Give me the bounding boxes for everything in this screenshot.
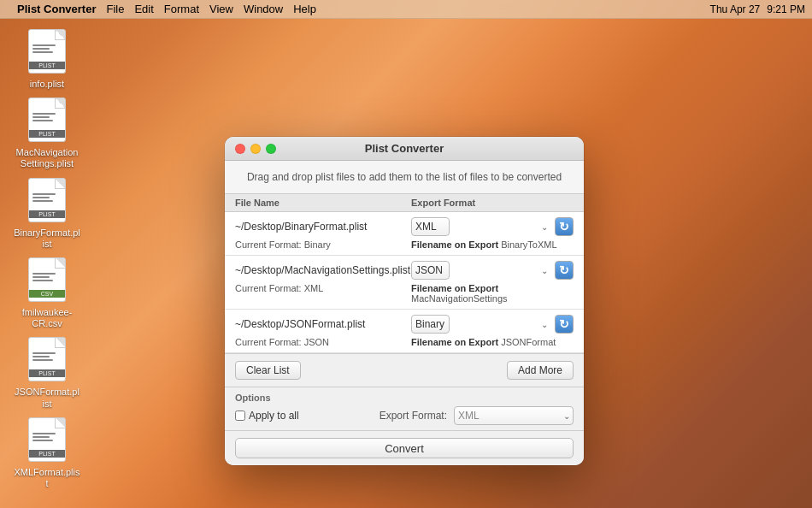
file-format-col: XML JSON Binary ↻ — [411, 261, 574, 280]
icon-lines — [29, 430, 65, 444]
export-filename-value: JSONFormat — [501, 337, 556, 347]
icon-fold — [55, 418, 65, 428]
icon-line — [32, 48, 50, 50]
file-name: ~/Desktop/MacNavigationSettings.plist — [235, 264, 411, 276]
icon-label: MacNavigationSettings.plist — [14, 147, 80, 169]
dialog-title: Plist Converter — [225, 142, 584, 155]
menubar-left: Plist Converter File Edit Format View Wi… — [7, 3, 316, 15]
format-select-wrapper: XML JSON Binary — [411, 217, 551, 236]
dialog-actions: Clear List Add More — [225, 353, 584, 387]
apply-to-all-checkbox[interactable] — [235, 411, 245, 421]
icon-image: CSV — [25, 254, 69, 305]
file-badge: PLIST — [29, 450, 65, 458]
icon-image: PLIST — [25, 334, 69, 385]
export-filename-value: MacNavigationSettings — [411, 293, 508, 304]
format-refresh-button[interactable]: ↻ — [555, 217, 574, 236]
menubar-app-name[interactable]: Plist Converter — [17, 3, 96, 15]
plist-file-icon: PLIST — [28, 337, 66, 381]
icon-line — [32, 273, 56, 275]
options-row: Apply to all Export Format: XML JSON Bin… — [235, 406, 574, 425]
desktop-icon-info-plist[interactable]: PLIST info.plist — [13, 26, 81, 90]
file-rows: ~/Desktop/BinaryFormat.plist XML JSON Bi… — [225, 212, 584, 353]
desktop-icon-xml-plist[interactable]: PLIST XMLFormat.plist — [13, 414, 81, 489]
desktop-icon-mac-nav-plist[interactable]: PLIST MacNavigationSettings.plist — [13, 94, 81, 169]
icon-fold — [55, 30, 65, 40]
dialog-titlebar: Plist Converter — [225, 137, 584, 161]
menu-window[interactable]: Window — [244, 3, 283, 15]
format-refresh-button[interactable]: ↻ — [555, 261, 574, 280]
icon-label: JSONFormat.plist — [14, 387, 80, 409]
options-section: Options Apply to all Export Format: XML … — [225, 387, 584, 430]
icon-fold — [55, 258, 65, 269]
file-row-main: ~/Desktop/JSONFormat.plist XML JSON Bina… — [235, 313, 574, 335]
desktop-icon-csv[interactable]: CSV fmilwaukee-CR.csv — [13, 254, 81, 329]
icon-line — [32, 120, 53, 121]
icon-image: PLIST — [25, 414, 69, 465]
convert-button[interactable]: Convert — [235, 438, 574, 458]
file-row: ~/Desktop/BinaryFormat.plist XML JSON Bi… — [225, 212, 584, 256]
clear-list-button[interactable]: Clear List — [235, 361, 301, 380]
desktop-icon-json-plist[interactable]: PLIST JSONFormat.plist — [13, 334, 81, 409]
add-more-button[interactable]: Add More — [507, 361, 574, 380]
icon-line — [32, 352, 56, 354]
plist-file-icon: PLIST — [28, 29, 66, 74]
apply-to-all-label: Apply to all — [249, 410, 299, 422]
export-filename: Filename on Export BinaryToXML — [411, 239, 574, 250]
file-badge: PLIST — [29, 130, 65, 138]
file-badge: CSV — [29, 290, 65, 298]
icon-line — [32, 276, 50, 278]
file-name: ~/Desktop/JSONFormat.plist — [235, 318, 411, 330]
menubar-date: Thu Apr 27 — [710, 3, 761, 15]
menu-file[interactable]: File — [106, 3, 124, 15]
icon-image: PLIST — [25, 26, 69, 77]
menubar-time: 9:21 PM — [767, 3, 805, 15]
icon-line — [32, 44, 56, 46]
file-format-col: XML JSON Binary ↻ — [411, 315, 574, 334]
format-select[interactable]: XML JSON Binary — [411, 315, 450, 334]
export-format-options-select[interactable]: XML JSON Binary — [454, 406, 574, 425]
drop-zone[interactable]: Drag and drop plist files to add them to… — [225, 161, 584, 194]
file-row: ~/Desktop/MacNavigationSettings.plist XM… — [225, 256, 584, 310]
file-format-col: XML JSON Binary ↻ — [411, 217, 574, 236]
col-export-format-header: Export Format — [411, 198, 574, 208]
icon-fold — [55, 98, 65, 109]
icon-line — [32, 197, 50, 198]
icon-line — [32, 356, 50, 357]
current-format: Current Format: XML — [235, 283, 411, 304]
apply-to-all-wrapper: Apply to all — [235, 410, 299, 422]
icon-lines — [29, 350, 65, 363]
file-row: ~/Desktop/JSONFormat.plist XML JSON Bina… — [225, 310, 584, 353]
format-refresh-button[interactable]: ↻ — [555, 315, 574, 334]
format-select-wrapper: XML JSON Binary — [411, 261, 551, 280]
icon-label: fmilwaukee-CR.csv — [14, 307, 80, 329]
menu-format[interactable]: Format — [164, 3, 199, 15]
icon-label: BinaryFormat.plist — [14, 227, 80, 250]
export-filename-label-text: Filename on Export — [411, 337, 498, 347]
icon-lines — [29, 270, 65, 284]
menubar: Plist Converter File Edit Format View Wi… — [0, 0, 812, 19]
export-format-select-wrapper: XML JSON Binary — [454, 406, 574, 425]
export-filename: Filename on Export MacNavigationSettings — [411, 283, 574, 304]
format-select[interactable]: XML JSON Binary — [411, 261, 450, 280]
menu-edit[interactable]: Edit — [134, 3, 153, 15]
file-badge: PLIST — [29, 210, 65, 218]
file-name: ~/Desktop/BinaryFormat.plist — [235, 221, 411, 233]
menu-view[interactable]: View — [209, 3, 233, 15]
file-badge: PLIST — [29, 62, 65, 69]
options-label: Options — [235, 393, 574, 403]
file-row-sub: Current Format: Binary Filename on Expor… — [235, 238, 574, 251]
icon-image: PLIST — [25, 94, 69, 145]
menubar-items: File Edit Format View Window Help — [106, 3, 315, 15]
format-select-wrapper: XML JSON Binary — [411, 315, 551, 334]
plist-file-icon: PLIST — [28, 97, 66, 142]
icon-fold — [55, 179, 65, 189]
desktop-icon-binary-plist[interactable]: PLIST BinaryFormat.plist — [13, 174, 81, 250]
file-row-main: ~/Desktop/MacNavigationSettings.plist XM… — [235, 259, 574, 281]
file-row-main: ~/Desktop/BinaryFormat.plist XML JSON Bi… — [235, 216, 574, 238]
format-select[interactable]: XML JSON Binary — [411, 217, 450, 236]
icon-lines — [29, 191, 65, 204]
icon-line — [32, 433, 56, 434]
col-filename-header: File Name — [235, 198, 411, 208]
menu-help[interactable]: Help — [293, 3, 316, 15]
icon-line — [32, 51, 53, 53]
